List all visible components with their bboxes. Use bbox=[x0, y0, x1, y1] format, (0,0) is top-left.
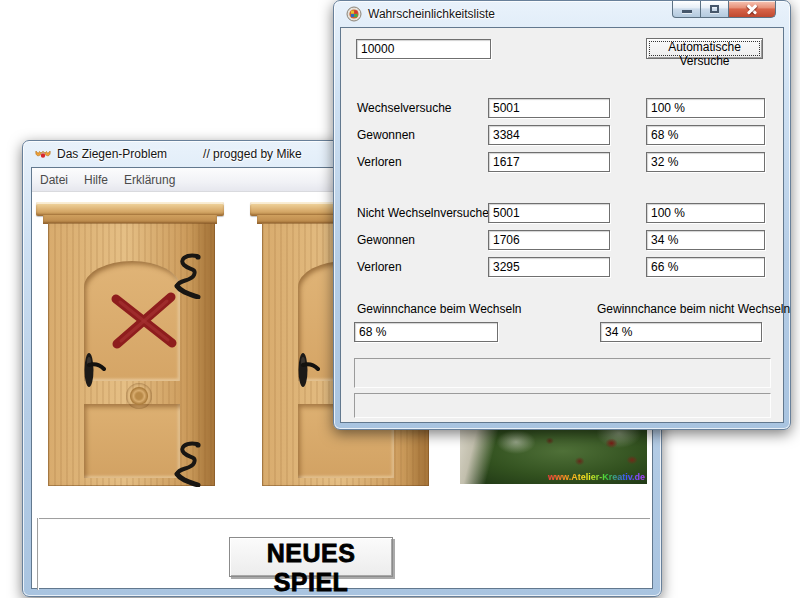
close-icon bbox=[746, 3, 758, 15]
probability-window-title: Wahrscheinlichkeitsliste bbox=[368, 7, 495, 21]
verloren-stay-percent-field[interactable] bbox=[646, 257, 765, 277]
divider-line bbox=[37, 518, 650, 519]
wechselversuche-percent-field[interactable] bbox=[646, 98, 765, 118]
menu-item-datei[interactable]: Datei bbox=[32, 169, 76, 191]
verloren-stay-count-field[interactable] bbox=[488, 257, 610, 277]
trials-input[interactable] bbox=[356, 39, 491, 59]
label-verloren-stay: Verloren bbox=[357, 260, 402, 274]
verloren-switch-count-field[interactable] bbox=[488, 152, 610, 172]
divider-line-left bbox=[37, 518, 38, 590]
door-handle-icon bbox=[296, 349, 320, 391]
red-cross-mark bbox=[108, 289, 180, 353]
menu-item-erklaerung[interactable]: Erklärung bbox=[116, 169, 183, 191]
minimize-button[interactable] bbox=[672, 1, 701, 18]
close-button[interactable] bbox=[729, 1, 776, 18]
menu-item-hilfe[interactable]: Hilfe bbox=[76, 169, 116, 191]
maximize-button[interactable] bbox=[701, 1, 729, 18]
photo-watermark: www.Atelier-Kreativ.de bbox=[548, 472, 645, 482]
progress-panel-switch bbox=[354, 358, 771, 388]
probability-client-area: Automatische Versuche Wechselversuche Ge… bbox=[340, 27, 784, 423]
game-window-title: Das Ziegen-Problem bbox=[57, 147, 167, 161]
gewonnen-stay-percent-field[interactable] bbox=[646, 230, 765, 250]
goat-app-icon bbox=[35, 146, 51, 162]
gewonnen-switch-percent-field[interactable] bbox=[646, 125, 765, 145]
gewonnen-switch-count-field[interactable] bbox=[488, 125, 610, 145]
door-lower-panel bbox=[84, 404, 180, 478]
chance-stay-field[interactable] bbox=[600, 322, 762, 342]
door-1[interactable] bbox=[38, 202, 222, 486]
door-crown bbox=[36, 202, 224, 216]
label-verloren-switch: Verloren bbox=[357, 155, 402, 169]
door-handle-icon bbox=[82, 349, 106, 391]
door-body bbox=[48, 223, 215, 486]
game-window-title-suffix: // progged by Mike bbox=[203, 147, 302, 161]
nicht-wechsel-count-field[interactable] bbox=[488, 203, 610, 223]
label-wechselversuche: Wechselversuche bbox=[357, 101, 452, 115]
probability-titlebar[interactable]: Wahrscheinlichkeitsliste bbox=[334, 1, 790, 27]
chance-switch-field[interactable] bbox=[354, 322, 498, 342]
nicht-wechsel-percent-field[interactable] bbox=[646, 203, 765, 223]
label-chance-stay: Gewinnchance beim nicht Wechseln bbox=[597, 302, 790, 316]
probability-app-icon bbox=[346, 6, 362, 22]
wechselversuche-count-field[interactable] bbox=[488, 98, 610, 118]
door-hinge-icon bbox=[171, 441, 203, 487]
new-game-button[interactable]: NEUES SPIEL bbox=[229, 537, 393, 577]
goat-photo: www.Atelier-Kreativ.de bbox=[460, 424, 647, 484]
progress-panel-stay bbox=[354, 393, 771, 418]
label-gewonnen-switch: Gewonnen bbox=[357, 128, 415, 142]
minimize-icon bbox=[682, 10, 692, 13]
door-rosette bbox=[126, 383, 152, 409]
label-chance-switch: Gewinnchance beim Wechseln bbox=[357, 302, 522, 316]
label-gewonnen-stay: Gewonnen bbox=[357, 233, 415, 247]
gewonnen-stay-count-field[interactable] bbox=[488, 230, 610, 250]
label-nicht-wechselversuche: Nicht Wechselnversuche bbox=[357, 206, 489, 220]
desktop: Das Ziegen-Problem // progged by Mike Da… bbox=[0, 0, 800, 598]
verloren-switch-percent-field[interactable] bbox=[646, 152, 765, 172]
probability-window: Wahrscheinlichkeitsliste Automatische Ve… bbox=[333, 0, 791, 430]
maximize-icon bbox=[710, 5, 719, 13]
auto-trials-button[interactable]: Automatische Versuche bbox=[646, 38, 763, 59]
caption-buttons bbox=[672, 1, 776, 18]
